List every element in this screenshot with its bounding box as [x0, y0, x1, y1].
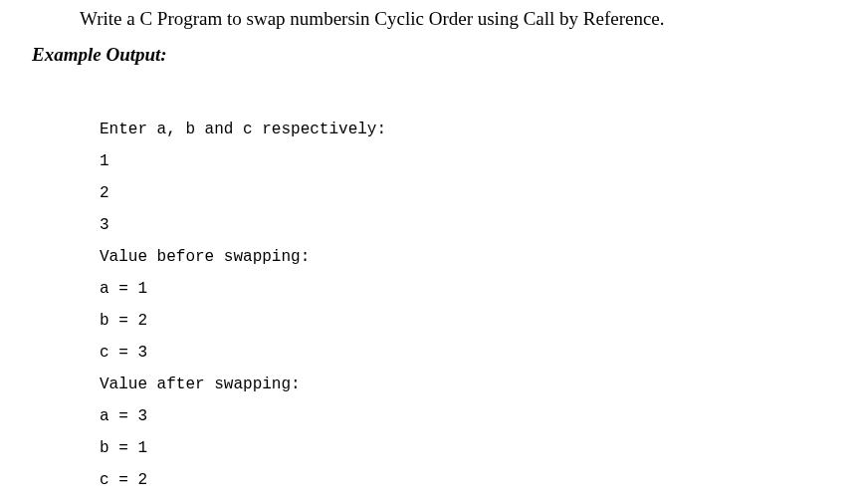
output-after-a: a = 3	[100, 407, 147, 425]
output-before-label: Value before swapping:	[100, 248, 310, 266]
output-input-3: 3	[100, 216, 109, 234]
example-output-label: Example Output:	[32, 44, 868, 66]
output-input-1: 1	[100, 152, 109, 170]
example-output-text: Example Output:	[32, 44, 167, 65]
output-prompt: Enter a, b and c respectively:	[100, 121, 386, 138]
output-input-2: 2	[100, 184, 109, 202]
output-after-c: c = 2	[100, 471, 147, 489]
question-title: Write a C Program to swap numbersin Cycl…	[80, 8, 868, 30]
output-before-b: b = 2	[100, 312, 147, 330]
output-before-a: a = 1	[100, 280, 147, 298]
program-output: Enter a, b and c respectively: 1 2 3 Val…	[100, 82, 868, 496]
output-before-c: c = 3	[100, 344, 147, 362]
output-after-label: Value after swapping:	[100, 375, 301, 393]
output-after-b: b = 1	[100, 439, 147, 457]
